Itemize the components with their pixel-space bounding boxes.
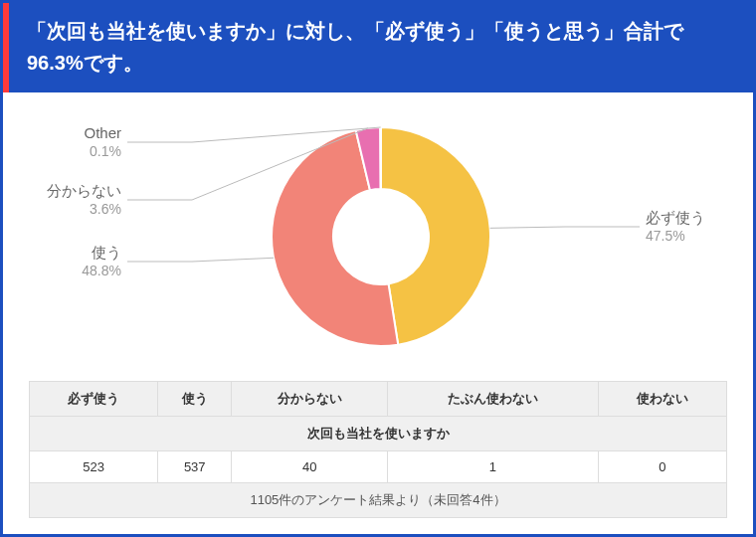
slice-label-value-2: 3.6% (90, 201, 121, 217)
card-header: 「次回も当社を使いますか」に対し、「必ず使う」「使うと思う」合計で96.3%です… (3, 3, 753, 92)
slice-label-name-3: Other (84, 124, 121, 141)
table-row: 523 537 40 1 0 (30, 451, 727, 483)
cell-3: 1 (388, 451, 599, 483)
slice-label-value-1: 48.8% (82, 263, 121, 278)
col-0: 必ず使う (30, 382, 158, 417)
chart-card: 「次回も当社を使いますか」に対し、「必ず使う」「使うと思う」合計で96.3%です… (0, 0, 756, 537)
summary-table: 次回も当社を使いますか 必ず使う 使う 分からない たぶん使わない 使わない 5… (29, 381, 727, 518)
slice-label-value-3: 0.1% (90, 143, 121, 159)
slice-3 (380, 127, 381, 189)
slice-label-value-0: 47.5% (646, 228, 685, 244)
cell-2: 40 (232, 451, 388, 483)
slice-0 (381, 127, 490, 345)
slice-label-name-1: 使う (92, 244, 121, 261)
summary-table-wrap: 次回も当社を使いますか 必ず使う 使う 分からない たぶん使わない 使わない 5… (3, 381, 753, 528)
leader-line-0 (490, 227, 640, 228)
col-2: 分からない (232, 382, 388, 417)
col-1: 使う (158, 382, 232, 417)
col-3: たぶん使わない (388, 382, 599, 417)
cell-1: 537 (158, 451, 232, 483)
table-header-row: 必ず使う 使う 分からない たぶん使わない 使わない (30, 382, 727, 417)
leader-line-1 (127, 258, 274, 262)
col-4: 使わない (598, 382, 726, 417)
donut-chart: 必ず使う47.5%使う48.8%分からない3.6%Other0.1% (3, 92, 753, 381)
slice-label-name-2: 分からない (47, 182, 121, 199)
table-footer-row: 1105件のアンケート結果より（未回答4件） (30, 483, 727, 518)
table-caption-row: 次回も当社を使いますか (30, 417, 727, 451)
table-footer: 1105件のアンケート結果より（未回答4件） (30, 483, 727, 518)
cell-4: 0 (598, 451, 726, 483)
table-caption: 次回も当社を使いますか (30, 417, 727, 451)
slice-label-name-0: 必ず使う (646, 209, 705, 227)
cell-0: 523 (30, 451, 158, 483)
